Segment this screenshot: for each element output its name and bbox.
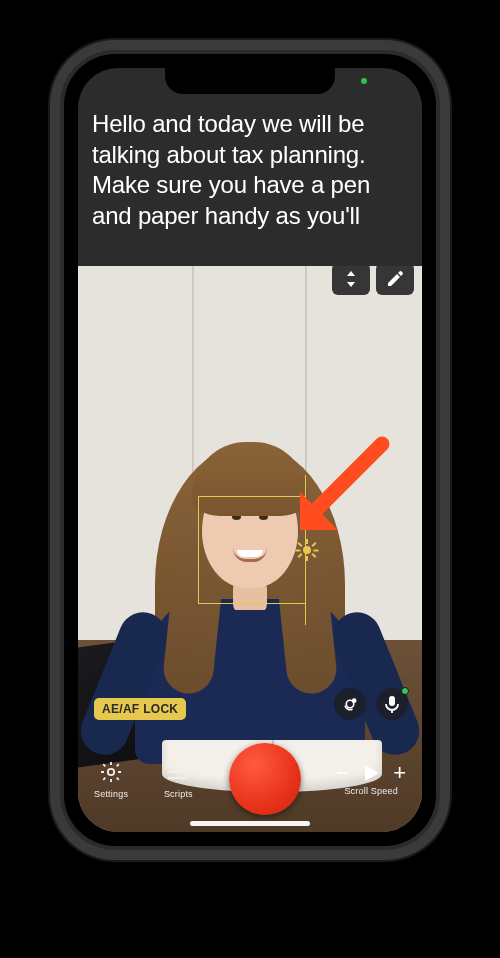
camera-active-indicator [361,78,367,84]
phone-volume-up [52,255,57,310]
exposure-slider-track[interactable] [305,603,307,625]
scroll-speed-increase[interactable]: + [393,762,406,784]
scroll-speed-label: Scroll Speed [344,786,397,796]
pencil-icon [386,270,404,288]
gear-icon [98,759,124,785]
scroll-speed-group: − + Scroll Speed [336,762,406,796]
phone-silence-switch [52,200,57,230]
svg-rect-3 [389,696,395,706]
settings-label: Settings [94,789,128,799]
settings-button[interactable]: Settings [94,759,128,799]
svg-line-0 [314,444,382,512]
scripts-label: Scripts [164,789,193,799]
app-screen: Hello and today we will be talking about… [78,68,422,832]
teleprompter-scroll-button[interactable] [332,263,370,295]
phone-power-button [443,270,448,355]
aeaf-lock-badge: AE/AF LOCK [94,698,186,720]
phone-notch [165,68,335,94]
camera-quick-buttons [334,688,408,720]
scripts-button[interactable]: Scripts [164,759,193,799]
switch-camera-button[interactable] [334,688,366,720]
phone-frame: Hello and today we will be talking about… [60,50,440,850]
microphone-icon [384,695,400,713]
mic-active-dot [401,687,409,695]
svg-point-5 [108,769,114,775]
scroll-arrows-icon [345,270,357,288]
play-icon [361,763,381,783]
teleprompter-overlay-buttons [332,263,414,295]
scroll-speed-decrease[interactable]: − [336,762,349,784]
svg-point-2 [352,698,357,703]
teleprompter-edit-button[interactable] [376,263,414,295]
bottom-toolbar: Settings Scripts − [78,740,422,832]
home-indicator[interactable] [190,821,310,826]
phone-volume-down [52,325,57,380]
teleprompter-text[interactable]: Hello and today we will be talking about… [78,101,422,244]
menu-icon [165,759,191,785]
annotation-arrow [282,426,402,546]
scroll-play-button[interactable] [361,763,381,783]
switch-camera-icon [340,694,360,714]
record-button[interactable] [229,743,301,815]
microphone-button[interactable] [376,688,408,720]
camera-viewfinder[interactable]: AE/AF LOCK [78,266,422,832]
